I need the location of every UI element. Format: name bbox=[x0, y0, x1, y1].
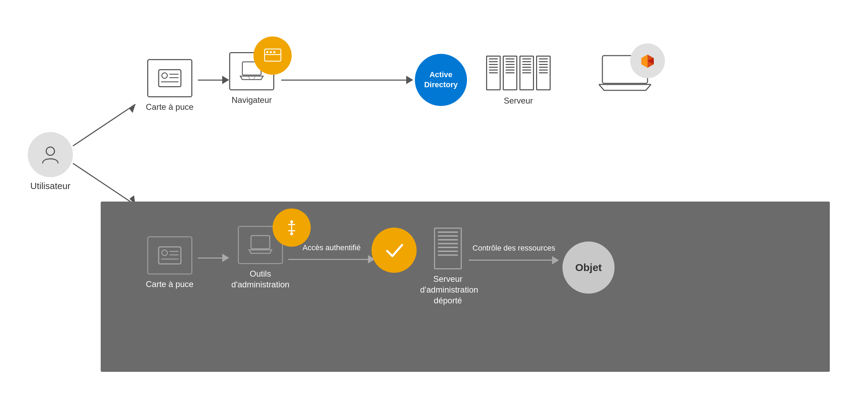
svg-line-3 bbox=[73, 163, 135, 205]
svg-rect-10 bbox=[265, 49, 281, 61]
serveur-admin-label: Serveur d'administration déporté bbox=[420, 273, 476, 306]
bottom-outils-yellow-circle bbox=[273, 208, 311, 247]
svg-point-12 bbox=[270, 51, 272, 53]
svg-point-6 bbox=[162, 73, 167, 79]
arrow-top-1 bbox=[198, 76, 229, 84]
svg-line-16 bbox=[248, 76, 250, 80]
svg-marker-2 bbox=[129, 104, 135, 113]
arrow-bottom-1 bbox=[198, 254, 229, 262]
objet-circle: Objet bbox=[562, 242, 615, 294]
svg-point-30 bbox=[290, 232, 293, 235]
top-carte-label: Carte à puce bbox=[146, 101, 193, 112]
top-server-item: Serveur bbox=[486, 56, 551, 106]
svg-rect-21 bbox=[159, 247, 181, 264]
top-navigateur-yellow-circle bbox=[253, 36, 292, 75]
svg-point-11 bbox=[266, 51, 268, 53]
arrow-top-2 bbox=[281, 76, 413, 84]
active-directory-circle: Active Directory bbox=[415, 54, 467, 120]
arrow-acces-container: Accès authentifié bbox=[283, 243, 380, 263]
bottom-carte-label: Carte à puce bbox=[146, 279, 193, 289]
controle-label: Contrôle des ressources bbox=[473, 243, 555, 253]
svg-rect-5 bbox=[159, 70, 181, 87]
bottom-outils-label: Outils d'administration bbox=[229, 268, 292, 290]
svg-point-0 bbox=[46, 147, 55, 155]
svg-line-17 bbox=[253, 76, 255, 80]
diagram-container: Utilisateur Carte à puce bbox=[0, 0, 868, 417]
top-navigateur-item: Navigateur bbox=[229, 52, 274, 105]
objet-label: Objet bbox=[575, 262, 602, 273]
svg-line-1 bbox=[73, 104, 135, 146]
acces-label: Accès authentifié bbox=[302, 243, 361, 252]
top-navigateur-label: Navigateur bbox=[232, 95, 272, 105]
bottom-outils-item: Outils d'administration bbox=[229, 226, 292, 290]
top-laptop-m365 bbox=[597, 54, 653, 93]
top-carte-box bbox=[147, 59, 192, 97]
server-rack bbox=[486, 56, 551, 90]
arrow-controle-container: Contrôle des ressources bbox=[462, 243, 566, 264]
arrow-user-top-svg bbox=[66, 97, 146, 153]
active-directory-label: Active Directory bbox=[415, 54, 467, 106]
top-serveur-label: Serveur bbox=[504, 95, 533, 106]
svg-point-22 bbox=[162, 250, 167, 256]
svg-rect-31 bbox=[251, 236, 270, 249]
m365-circle bbox=[630, 43, 665, 78]
svg-point-13 bbox=[273, 51, 275, 53]
objet-circle-item: Objet bbox=[562, 242, 615, 294]
yellow-check-circle bbox=[372, 228, 417, 273]
bottom-serveur-item: Serveur d'administration déporté bbox=[372, 228, 476, 306]
top-carte-item: Carte à puce bbox=[146, 59, 193, 112]
bottom-carte-item: Carte à puce bbox=[146, 236, 193, 289]
svg-point-29 bbox=[290, 220, 293, 223]
bottom-carte-box bbox=[147, 236, 192, 275]
